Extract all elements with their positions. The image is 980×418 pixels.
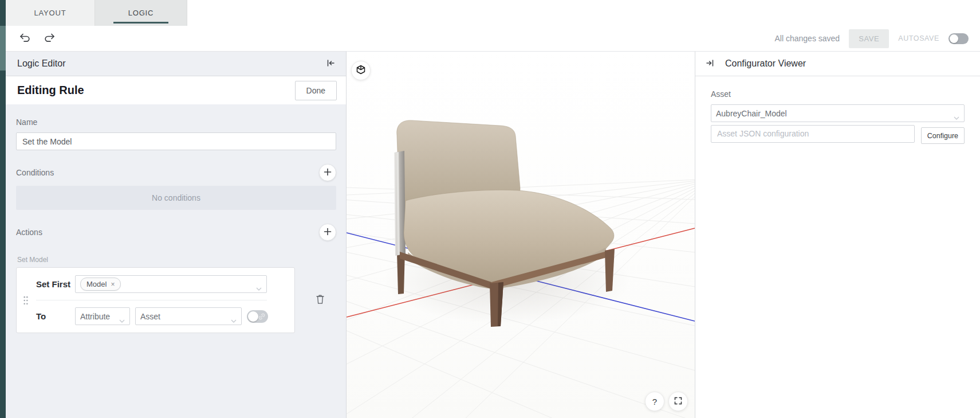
chevron-down-icon — [231, 315, 237, 325]
chevron-down-icon — [119, 315, 125, 325]
trash-icon — [315, 294, 325, 307]
to-type-value: Attribute — [80, 312, 110, 321]
action-group-label: Set Model — [17, 256, 336, 264]
autosave-label: AUTOSAVE — [898, 34, 939, 42]
viewer-3d: ? — [347, 52, 695, 418]
to-label: To — [36, 311, 75, 321]
model-chip-label: Model — [86, 280, 107, 288]
done-button[interactable]: Done — [295, 81, 337, 100]
left-edge-strip — [0, 0, 6, 418]
editing-rule-bar: Editing Rule Done — [6, 76, 346, 104]
chevron-down-icon — [256, 283, 262, 292]
chip-remove-icon[interactable]: × — [111, 281, 115, 288]
editing-rule-title: Editing Rule — [17, 84, 84, 97]
link-toggle[interactable] — [247, 310, 268, 323]
help-button[interactable]: ? — [645, 392, 664, 411]
configure-button[interactable]: Configure — [921, 127, 965, 144]
asset-select[interactable]: AubreyChair_Model — [711, 104, 965, 122]
tab-layout-label: LAYOUT — [34, 9, 66, 17]
card-divider — [36, 300, 267, 300]
autosave-toggle[interactable] — [948, 33, 969, 44]
left-edge-strip-highlight — [0, 26, 6, 71]
collapse-panel-right-button[interactable] — [704, 57, 717, 71]
collapse-right-icon — [705, 58, 715, 70]
undo-button[interactable] — [16, 31, 33, 46]
asset-label: Asset — [711, 89, 965, 99]
delete-action-button[interactable] — [314, 292, 326, 308]
asset-json-config-input[interactable] — [711, 125, 915, 143]
configurator-viewer-title: Configurator Viewer — [725, 58, 806, 69]
to-target-select[interactable]: Asset — [135, 307, 242, 325]
name-label: Name — [16, 118, 336, 127]
save-button[interactable]: SAVE — [849, 29, 889, 48]
app-window: LAYOUT LOGIC All changes saved SAVE — [0, 0, 980, 418]
viewer-3d-canvas[interactable] — [347, 52, 695, 418]
configurator-viewer-panel: Configurator Viewer Asset AubreyChair_Mo… — [695, 52, 980, 418]
set-first-label: Set First — [36, 279, 75, 289]
to-target-value: Asset — [140, 312, 160, 321]
model-chip[interactable]: Model × — [80, 278, 121, 291]
save-status-text: All changes saved — [775, 34, 840, 43]
tab-layout[interactable]: LAYOUT — [6, 0, 95, 26]
logic-editor-panel: Logic Editor Editing Rule Done Name Cond… — [6, 52, 347, 418]
toolbar: All changes saved SAVE AUTOSAVE — [6, 26, 980, 52]
chevron-down-icon — [954, 112, 959, 122]
tab-logic-label: LOGIC — [128, 9, 154, 17]
link-icon — [257, 312, 266, 321]
add-action-button[interactable] — [319, 224, 336, 241]
configurator-viewer-header: Configurator Viewer — [695, 52, 980, 76]
chair-model — [384, 120, 630, 327]
cube-logo-icon — [355, 64, 367, 77]
add-condition-button[interactable] — [319, 164, 336, 181]
collapse-panel-left-button[interactable] — [324, 57, 337, 71]
redo-button[interactable] — [41, 31, 58, 46]
plus-icon — [324, 228, 332, 237]
link-toggle-knob — [248, 311, 258, 322]
conditions-label: Conditions — [16, 168, 54, 177]
tab-logic[interactable]: LOGIC — [95, 0, 187, 26]
to-type-select[interactable]: Attribute — [75, 307, 130, 325]
drag-handle[interactable] — [23, 295, 29, 305]
set-model-action-card: Set First Model × — [16, 267, 295, 333]
plus-icon — [324, 168, 332, 178]
logic-editor-title: Logic Editor — [17, 58, 66, 69]
model-cube-button[interactable] — [351, 61, 371, 80]
no-conditions-placeholder: No conditions — [16, 186, 336, 210]
logic-editor-header: Logic Editor — [6, 52, 346, 76]
autosave-toggle-knob — [950, 34, 958, 43]
collapse-left-icon — [325, 58, 336, 70]
fullscreen-icon — [674, 396, 683, 407]
undo-icon — [18, 32, 31, 45]
asset-select-value: AubreyChair_Model — [716, 109, 787, 118]
fullscreen-button[interactable] — [668, 392, 688, 411]
active-tab-underline — [113, 22, 168, 24]
actions-label: Actions — [16, 228, 42, 237]
rule-name-input[interactable] — [16, 132, 336, 150]
question-mark-icon: ? — [652, 397, 657, 407]
redo-icon — [44, 32, 56, 45]
tab-bar: LAYOUT LOGIC — [6, 0, 980, 26]
set-first-select[interactable]: Model × — [75, 275, 267, 293]
